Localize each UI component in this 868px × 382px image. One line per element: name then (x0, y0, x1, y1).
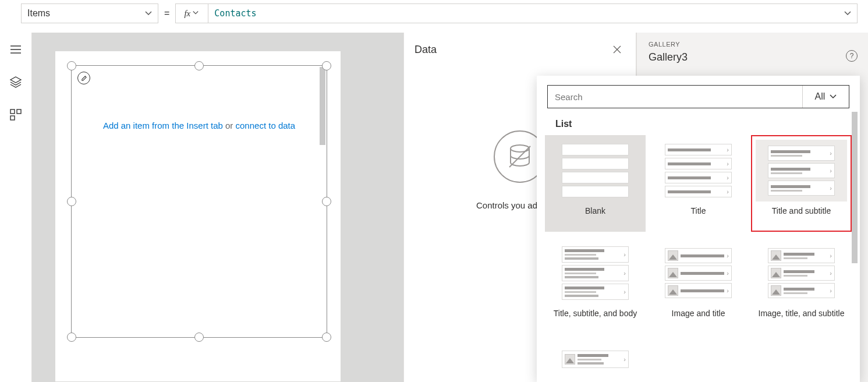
tile-label: Title and subtitle (756, 206, 847, 227)
resize-handle[interactable] (67, 61, 76, 70)
tile-preview: › › › (550, 242, 641, 304)
edit-icon[interactable] (77, 72, 90, 84)
tile-preview: › › › (756, 140, 847, 201)
layout-grid: Blank › › › › Title › › › Title and subt… (545, 135, 852, 369)
chevron-down-icon (193, 10, 200, 17)
scrollbar[interactable] (320, 67, 325, 145)
layout-section-title: List (555, 119, 860, 129)
tile-preview: › › › (756, 242, 847, 304)
layers-icon[interactable] (9, 76, 22, 89)
svg-rect-1 (17, 109, 21, 114)
chevron-down-icon (830, 93, 837, 100)
tile-label: Image and title (653, 309, 744, 330)
fx-button[interactable]: fx (175, 3, 208, 23)
tile-preview: › › › (653, 242, 744, 304)
tile-label: Title, subtitle, and body (550, 309, 641, 330)
left-rail (0, 33, 32, 382)
tile-label: Image, title, and subtitle (756, 309, 847, 330)
scrollbar[interactable] (852, 112, 858, 263)
layout-tile-image-title-subtitle-body[interactable]: › (545, 340, 646, 369)
layout-tile-title[interactable]: › › › › Title (648, 135, 749, 232)
tile-label: Blank (550, 206, 641, 227)
tile-preview (550, 140, 641, 201)
svg-rect-2 (10, 116, 15, 120)
layout-flyout: All List Blank › › › › Title (537, 76, 860, 382)
tile-preview: › (550, 345, 641, 369)
resize-handle[interactable] (67, 333, 76, 342)
data-panel-title: Data (414, 44, 437, 56)
chevron-down-icon (145, 10, 152, 17)
layout-tile-blank[interactable]: Blank (545, 135, 646, 232)
resize-handle[interactable] (194, 61, 204, 70)
property-dropdown[interactable]: Items (21, 3, 158, 23)
gallery-panel-name: Gallery3 (649, 51, 856, 63)
property-label: Items (27, 8, 50, 19)
data-panel-header: Data (404, 33, 636, 66)
resize-handle[interactable] (322, 333, 331, 342)
tile-label: Title (653, 206, 744, 227)
layout-tile-title-subtitle[interactable]: › › › Title and subtitle (751, 135, 852, 232)
gallery-selection[interactable]: Add an item from the Insert tab or conne… (71, 65, 327, 338)
layout-tile-title-subtitle-body[interactable]: › › › Title, subtitle, and body (545, 238, 646, 334)
formula-bar: Items = fx Contacts (21, 3, 858, 23)
hint-mid: or (223, 121, 236, 130)
chevron-down-icon (844, 10, 851, 17)
resize-handle[interactable] (194, 333, 204, 342)
svg-rect-0 (10, 109, 15, 114)
layout-tile-image-title[interactable]: › › › Image and title (648, 238, 749, 334)
layout-filter-dropdown[interactable]: All (802, 86, 849, 108)
help-icon[interactable]: ? (846, 50, 858, 62)
tile-preview: › › › › (653, 140, 744, 201)
apps-icon[interactable] (9, 108, 22, 121)
connect-data-link[interactable]: connect to data (236, 121, 296, 130)
layout-tile-image-title-subtitle[interactable]: › › › Image, title, and subtitle (751, 238, 852, 334)
fx-label: fx (184, 9, 190, 19)
resize-handle[interactable] (322, 61, 331, 70)
gallery-hint: Add an item from the Insert tab or conne… (72, 121, 327, 130)
resize-handle[interactable] (322, 197, 331, 206)
insert-hint-link[interactable]: Add an item from the Insert tab (103, 121, 223, 130)
close-icon[interactable] (609, 41, 625, 58)
layout-search-input[interactable] (548, 92, 802, 102)
phone-frame: Add an item from the Insert tab or conne… (55, 51, 341, 381)
equals-label: = (164, 8, 169, 19)
gallery-panel-label: GALLERY (649, 41, 856, 48)
filter-label: All (815, 91, 826, 102)
formula-input[interactable]: Contacts (208, 3, 858, 23)
layout-search-row: All (547, 85, 849, 108)
resize-handle[interactable] (67, 197, 76, 206)
formula-text: Contacts (214, 8, 256, 19)
hamburger-icon[interactable] (9, 43, 22, 56)
